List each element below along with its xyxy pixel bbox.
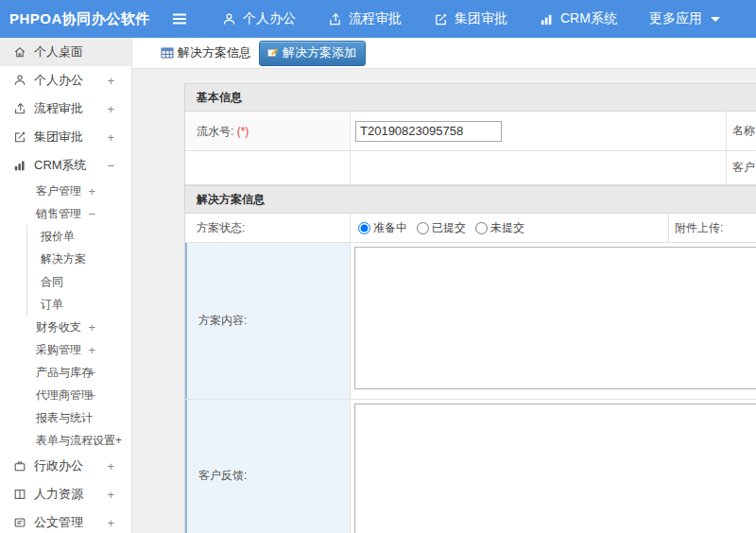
sidebar-item-document-mgmt[interactable]: 公文管理 +: [0, 508, 131, 533]
tab-solution-info[interactable]: 解决方案信息: [161, 44, 251, 61]
sales-submenu: 报价单 解决方案 合同 订单: [26, 225, 131, 316]
expand-icon[interactable]: +: [107, 74, 114, 88]
edit-icon: [266, 46, 279, 59]
book-icon: [13, 488, 26, 501]
topnav-personal-office[interactable]: 个人办公: [211, 0, 307, 38]
main-content: 基本信息 流水号: (*) 名称 客户 解决方案信息 方案状态:: [132, 69, 756, 533]
collapse-icon[interactable]: −: [107, 159, 114, 173]
radio-preparing[interactable]: 准备中: [358, 220, 407, 236]
feedback-row: 客户反馈:: [185, 400, 756, 533]
customer-feedback-textarea[interactable]: [354, 404, 756, 533]
required-mark: (*): [237, 125, 249, 138]
workflow-icon: [13, 102, 26, 115]
radio-submitted[interactable]: 已提交: [417, 220, 466, 236]
hamburger-menu-icon[interactable]: [165, 12, 194, 26]
sidebar-item-quotation[interactable]: 报价单: [27, 225, 131, 248]
serial-number-label: 流水号: (*): [185, 112, 351, 150]
customer-feedback-label: 客户反馈:: [185, 400, 351, 533]
expand-icon[interactable]: +: [107, 488, 114, 502]
expand-icon[interactable]: +: [107, 516, 114, 530]
section-header-solution-info: 解决方案信息: [185, 185, 756, 214]
sidebar-item-agent-mgmt[interactable]: 代理商管理 +: [0, 384, 131, 406]
app-header: PHPOA协同办公软件 个人办公 流程审批 集团审批 CRM系统: [0, 0, 756, 38]
content-row: 方案内容:: [185, 243, 756, 400]
serial-number-row: 流水号: (*) 名称: [185, 112, 756, 151]
topnav-group-approval[interactable]: 集团审批: [422, 0, 519, 38]
sidebar: 个人桌面 个人办公 + 流程审批 + 集团审批 + CRM系统 − 客户管理 +…: [0, 38, 132, 533]
sidebar-item-solution[interactable]: 解决方案: [27, 248, 131, 270]
sidebar-item-reports[interactable]: 报表与统计: [0, 406, 131, 429]
sidebar-item-crm-system[interactable]: CRM系统 −: [0, 151, 131, 180]
sidebar-item-group-approval[interactable]: 集团审批 +: [0, 123, 131, 151]
workflow-icon: [328, 12, 342, 26]
attachment-upload-label: 附件上传:: [669, 214, 756, 242]
radio-not-submitted[interactable]: 未提交: [475, 220, 524, 236]
expand-icon[interactable]: +: [107, 130, 114, 145]
status-row: 方案状态: 准备中 已提交 未提交 附件上: [185, 214, 756, 243]
expand-icon[interactable]: +: [88, 366, 95, 380]
sidebar-item-hr[interactable]: 人力资源 +: [0, 480, 131, 508]
bar-chart-icon: [13, 159, 26, 172]
status-label: 方案状态:: [185, 214, 351, 242]
topnav-workflow-approval[interactable]: 流程审批: [317, 0, 413, 38]
sidebar-item-personal-desktop[interactable]: 个人桌面: [0, 38, 131, 66]
briefcase-icon: [13, 459, 26, 473]
customer-label: 客户: [727, 151, 756, 184]
sidebar-item-purchasing[interactable]: 采购管理 +: [0, 338, 131, 361]
app-logo: PHPOA协同办公软件: [0, 10, 165, 28]
solution-add-form: 基本信息 流水号: (*) 名称 客户 解决方案信息 方案状态:: [184, 83, 756, 533]
expand-icon[interactable]: +: [107, 102, 114, 116]
bar-chart-icon: [540, 12, 554, 26]
user-icon: [13, 74, 26, 87]
caret-down-icon: [711, 17, 720, 22]
sidebar-item-admin-office[interactable]: 行政办公 +: [0, 452, 131, 480]
sidebar-item-sales-mgmt[interactable]: 销售管理 −: [0, 202, 131, 225]
expand-icon[interactable]: +: [107, 459, 114, 473]
radio-not-submitted-input[interactable]: [475, 222, 488, 234]
name-label: 名称: [727, 112, 756, 150]
topnav-crm-system[interactable]: CRM系统: [528, 0, 628, 38]
customer-row: 客户: [185, 151, 756, 185]
table-icon: [161, 46, 174, 60]
expand-icon[interactable]: +: [88, 343, 95, 357]
collapse-icon[interactable]: −: [88, 207, 95, 221]
empty-label-cell: [185, 151, 351, 184]
expand-icon[interactable]: +: [88, 320, 95, 335]
document-icon: [13, 516, 26, 529]
section-header-basic-info: 基本信息: [185, 83, 756, 112]
status-cell: 准备中 已提交 未提交: [351, 214, 669, 242]
radio-submitted-input[interactable]: [417, 222, 429, 234]
tab-solution-add-button[interactable]: 解决方案添加: [259, 41, 366, 66]
expand-icon[interactable]: +: [88, 184, 95, 198]
topnav-more-apps[interactable]: 更多应用: [638, 0, 731, 38]
user-icon: [222, 12, 236, 26]
solution-content-textarea[interactable]: [354, 247, 756, 389]
sidebar-item-product-inventory[interactable]: 产品与库存 +: [0, 361, 131, 384]
empty-field-cell: [351, 151, 727, 184]
sidebar-item-personal-office[interactable]: 个人办公 +: [0, 66, 131, 95]
serial-number-cell: [351, 112, 727, 150]
sidebar-item-order[interactable]: 订单: [27, 293, 131, 316]
approval-icon: [434, 12, 448, 26]
expand-icon[interactable]: +: [88, 388, 95, 403]
serial-number-input[interactable]: [355, 121, 502, 142]
solution-content-cell: [351, 243, 756, 399]
sidebar-item-contract[interactable]: 合同: [27, 270, 131, 293]
status-radio-group: 准备中 已提交 未提交: [358, 220, 524, 236]
approval-icon: [13, 130, 26, 144]
sidebar-item-form-workflow-settings[interactable]: 表单与流程设置+: [0, 429, 131, 452]
sidebar-item-customer-mgmt[interactable]: 客户管理 +: [0, 180, 131, 202]
home-icon: [13, 45, 26, 59]
sidebar-item-workflow-approval[interactable]: 流程审批 +: [0, 95, 131, 123]
solution-content-label: 方案内容:: [185, 243, 351, 399]
top-navigation: 个人办公 流程审批 集团审批 CRM系统 更多应用: [211, 0, 741, 38]
sidebar-item-finance[interactable]: 财务收支 +: [0, 316, 131, 338]
radio-preparing-input[interactable]: [358, 222, 370, 234]
tab-bar: 解决方案信息 解决方案添加: [132, 38, 756, 69]
customer-feedback-cell: [351, 400, 756, 533]
